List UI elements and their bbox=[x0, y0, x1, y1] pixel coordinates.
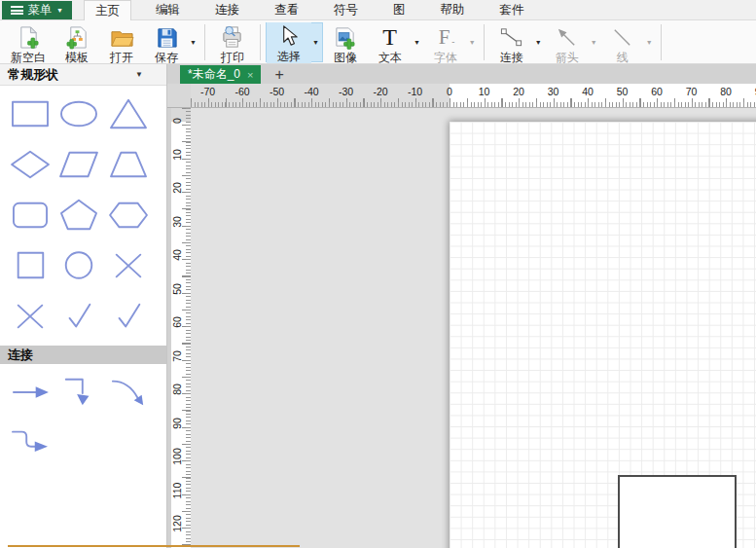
image-icon bbox=[333, 25, 357, 50]
cross-bold-shape[interactable] bbox=[6, 298, 54, 335]
canvas-shape-rectangle[interactable] bbox=[618, 475, 737, 548]
drawing-canvas[interactable] bbox=[191, 108, 756, 548]
line-button: 线 bbox=[600, 22, 645, 63]
ruler-corner bbox=[167, 84, 191, 108]
print-button[interactable]: 打印 bbox=[210, 22, 255, 63]
add-tab-button[interactable]: + bbox=[270, 65, 287, 84]
check-bold-shape[interactable] bbox=[104, 298, 153, 335]
sidebar-section-header-common-shapes[interactable]: 常规形状 ▼ bbox=[0, 64, 166, 86]
v-ruler-label: 100 bbox=[171, 445, 183, 468]
template-group: 模板 bbox=[54, 21, 99, 63]
select-dropdown-arrow-icon[interactable]: ▼ bbox=[312, 39, 319, 46]
select-group: 选择▼ bbox=[266, 22, 323, 62]
save-label: 保存 bbox=[155, 51, 178, 64]
menu-tab-连接[interactable]: 连接 bbox=[204, 0, 250, 19]
check-shape[interactable] bbox=[54, 298, 103, 335]
menu-tab-帮助[interactable]: 帮助 bbox=[429, 0, 475, 19]
close-icon[interactable]: × bbox=[247, 69, 253, 81]
v-ruler-label: 50 bbox=[171, 277, 183, 301]
svg-text:T: T bbox=[383, 25, 398, 50]
menu-button-label: 菜单 bbox=[28, 2, 52, 18]
square-shape[interactable] bbox=[6, 247, 54, 284]
text-button[interactable]: T文本 bbox=[368, 22, 413, 63]
cross-shape[interactable] bbox=[104, 247, 153, 284]
open-group: 打开 bbox=[99, 21, 144, 63]
text-icon: T bbox=[378, 25, 402, 50]
connect-button[interactable]: 连接 bbox=[489, 22, 534, 63]
font-group: F-字体▼ bbox=[423, 21, 479, 63]
horizontal-ruler: -70-60-50-40-30-20-100102030405060708090 bbox=[191, 84, 756, 108]
section-title: 连接 bbox=[8, 347, 33, 364]
image-group: 图像 bbox=[323, 21, 368, 63]
diamond-shape[interactable] bbox=[6, 146, 54, 183]
image-label: 图像 bbox=[334, 51, 357, 64]
toolbar-separator bbox=[484, 24, 485, 60]
save-icon bbox=[155, 25, 179, 50]
rounded-rectangle-shape[interactable] bbox=[6, 197, 54, 234]
section-title: 常规形状 bbox=[8, 66, 58, 84]
new-blank-group: 新空白 bbox=[2, 21, 54, 63]
rectangle-shape[interactable] bbox=[6, 95, 54, 132]
document-tab[interactable]: *未命名_0 × bbox=[180, 65, 261, 84]
print-icon bbox=[220, 25, 244, 50]
parallelogram-shape[interactable] bbox=[54, 146, 103, 183]
common-shapes-grid bbox=[0, 86, 166, 335]
new-blank-icon bbox=[17, 25, 41, 50]
line-icon bbox=[610, 25, 634, 50]
template-button[interactable]: 模板 bbox=[54, 22, 99, 63]
trapezoid-shape[interactable] bbox=[104, 146, 153, 183]
shape-library-sidebar: 常规形状 ▼ 连接 bbox=[0, 64, 167, 548]
arrow-group: 箭头▼ bbox=[545, 21, 600, 63]
chevron-down-icon: ▼ bbox=[135, 70, 143, 79]
sidebar-section-header-connectors[interactable]: 连接 bbox=[0, 346, 166, 364]
h-ruler-label: 50 bbox=[617, 86, 629, 97]
toolbar-separator bbox=[260, 24, 261, 60]
image-button[interactable]: 图像 bbox=[323, 22, 368, 63]
arrow-label: 箭头 bbox=[556, 51, 579, 64]
menu-tab-编辑[interactable]: 编辑 bbox=[145, 0, 191, 19]
ellipse-shape[interactable] bbox=[54, 95, 103, 132]
connect-dropdown-arrow-icon[interactable]: ▼ bbox=[535, 39, 542, 46]
circle-shape[interactable] bbox=[54, 247, 103, 284]
menu-tab-主页[interactable]: 主页 bbox=[84, 0, 131, 20]
arrow-icon bbox=[555, 25, 579, 50]
open-button[interactable]: 打开 bbox=[99, 22, 144, 63]
arrow-button: 箭头 bbox=[545, 22, 590, 63]
v-ruler-label: 10 bbox=[171, 143, 183, 166]
text-dropdown-arrow-icon[interactable]: ▼ bbox=[414, 39, 420, 46]
v-ruler-label: 60 bbox=[171, 311, 183, 334]
triangle-shape[interactable] bbox=[104, 95, 153, 132]
line-label: 线 bbox=[617, 51, 629, 64]
main-menu-button[interactable]: 菜单 ▼ bbox=[2, 1, 72, 19]
select-icon bbox=[276, 24, 301, 49]
h-ruler-label: 20 bbox=[513, 86, 524, 97]
save-group: 保存▼ bbox=[144, 21, 199, 63]
open-label: 打开 bbox=[110, 51, 133, 64]
ruler-minor-ticks bbox=[191, 102, 756, 107]
save-dropdown-arrow-icon[interactable]: ▼ bbox=[190, 39, 197, 46]
hexagon-shape[interactable] bbox=[104, 197, 153, 234]
h-ruler-label: -50 bbox=[270, 86, 284, 97]
curve-arrow-shape[interactable] bbox=[104, 374, 153, 411]
arrow-right-shape[interactable] bbox=[6, 374, 54, 411]
h-ruler-label: 70 bbox=[686, 86, 698, 97]
hamburger-icon bbox=[11, 6, 23, 15]
select-button[interactable]: 选择 bbox=[267, 22, 311, 63]
connect-icon bbox=[499, 25, 523, 50]
font-dropdown-arrow-icon: ▼ bbox=[469, 39, 476, 46]
print-label: 打印 bbox=[221, 51, 244, 64]
elbow-arrow-shape[interactable] bbox=[54, 374, 103, 411]
font-icon: F- bbox=[433, 25, 457, 50]
s-elbow-arrow-shape[interactable] bbox=[6, 424, 54, 461]
menu-tab-图[interactable]: 图 bbox=[382, 0, 416, 19]
h-ruler-label: -10 bbox=[408, 86, 422, 97]
status-accent-line bbox=[8, 545, 300, 547]
menu-tab-查看[interactable]: 查看 bbox=[264, 0, 309, 19]
menu-tab-套件[interactable]: 套件 bbox=[488, 0, 534, 19]
menu-tab-符号[interactable]: 符号 bbox=[323, 0, 369, 19]
save-button[interactable]: 保存 bbox=[144, 22, 189, 63]
new-blank-button[interactable]: 新空白 bbox=[2, 22, 54, 63]
pentagon-shape[interactable] bbox=[54, 197, 103, 234]
template-label: 模板 bbox=[65, 51, 89, 64]
document-tab-label: *未命名_0 bbox=[188, 66, 240, 83]
